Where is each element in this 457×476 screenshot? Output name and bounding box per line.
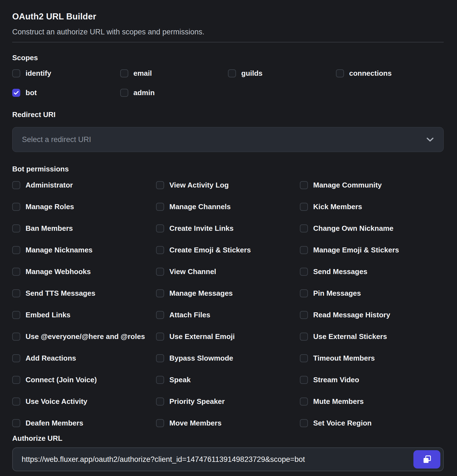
permission-checkbox-row[interactable]: Move Members (156, 419, 300, 427)
permission-checkbox-row[interactable]: View Channel (156, 267, 300, 276)
permission-checkbox-row[interactable]: Administrator (12, 181, 156, 189)
permission-checkbox-row[interactable]: Kick Members (300, 202, 444, 211)
scope-checkbox[interactable] (12, 69, 20, 77)
permission-label: Deafen Members (26, 419, 83, 427)
permission-checkbox-row[interactable]: Manage Channels (156, 202, 300, 211)
scope-label: guilds (241, 69, 263, 78)
scope-checkbox-row[interactable]: identify (12, 69, 120, 78)
permission-checkbox[interactable] (156, 333, 164, 341)
permission-checkbox-row[interactable]: Change Own Nickname (300, 224, 444, 233)
permission-checkbox[interactable] (12, 397, 20, 406)
permission-checkbox[interactable] (12, 224, 20, 232)
permission-checkbox[interactable] (156, 376, 164, 384)
permission-checkbox-row[interactable]: Set Voice Region (300, 419, 444, 427)
permission-checkbox[interactable] (300, 333, 308, 341)
permission-checkbox-row[interactable]: Use Voice Activity (12, 397, 156, 406)
scope-checkbox-row[interactable]: email (120, 69, 228, 78)
authorize-url-input[interactable] (22, 455, 413, 464)
permission-checkbox[interactable] (12, 354, 20, 362)
permission-label: Speak (169, 376, 191, 384)
permission-checkbox-row[interactable]: Ban Members (12, 224, 156, 233)
permission-checkbox-row[interactable]: Deafen Members (12, 419, 156, 427)
permission-checkbox-row[interactable]: Mute Members (300, 397, 444, 406)
scope-checkbox[interactable] (12, 89, 20, 97)
permission-checkbox[interactable] (300, 311, 308, 319)
copy-button[interactable] (413, 450, 440, 469)
permission-checkbox[interactable] (300, 354, 308, 362)
permission-checkbox[interactable] (300, 181, 308, 189)
scope-label: identify (26, 69, 51, 78)
permission-label: Manage Messages (169, 289, 233, 298)
permission-checkbox-row[interactable]: Manage Emoji & Stickers (300, 246, 444, 254)
permission-checkbox-row[interactable]: Pin Messages (300, 289, 444, 298)
permission-checkbox[interactable] (156, 311, 164, 319)
permission-label: Manage Community (313, 181, 382, 189)
permission-checkbox[interactable] (12, 268, 20, 276)
permission-checkbox-row[interactable]: Priority Speaker (156, 397, 300, 406)
permission-checkbox[interactable] (156, 397, 164, 406)
permission-checkbox[interactable] (156, 203, 164, 211)
permission-checkbox[interactable] (12, 246, 20, 254)
permission-checkbox[interactable] (300, 224, 308, 232)
permission-checkbox-row[interactable]: Use External Emoji (156, 332, 300, 341)
permission-checkbox-row[interactable]: Manage Messages (156, 289, 300, 298)
permission-checkbox-row[interactable]: Add Reactions (12, 354, 156, 363)
permission-checkbox[interactable] (156, 181, 164, 189)
permission-checkbox[interactable] (12, 203, 20, 211)
permission-checkbox[interactable] (12, 376, 20, 384)
permission-checkbox[interactable] (300, 397, 308, 406)
permission-label: Manage Roles (26, 202, 74, 211)
scope-checkbox[interactable] (120, 69, 128, 77)
authorize-url-heading: Authorize URL (12, 434, 444, 443)
permission-label: Create Invite Links (169, 224, 233, 233)
permission-checkbox-row[interactable]: View Activity Log (156, 181, 300, 189)
permission-checkbox[interactable] (156, 268, 164, 276)
permission-checkbox-row[interactable]: Manage Nicknames (12, 246, 156, 254)
permission-checkbox-row[interactable]: Use External Stickers (300, 332, 444, 341)
permission-checkbox-row[interactable]: Bypass Slowmode (156, 354, 300, 363)
scope-checkbox-row[interactable]: connections (336, 69, 444, 78)
permission-checkbox[interactable] (156, 354, 164, 362)
permission-checkbox[interactable] (300, 246, 308, 254)
permission-checkbox[interactable] (300, 419, 308, 427)
permission-checkbox-row[interactable]: Connect (Join Voice) (12, 376, 156, 384)
permission-checkbox-row[interactable]: Use @everyone/@here and @roles (12, 332, 156, 341)
permission-checkbox-row[interactable]: Speak (156, 376, 300, 384)
scope-checkbox[interactable] (120, 89, 128, 97)
permission-checkbox-row[interactable]: Manage Webhooks (12, 267, 156, 276)
permission-checkbox-row[interactable]: Create Invite Links (156, 224, 300, 233)
permission-checkbox-row[interactable]: Attach Files (156, 311, 300, 319)
permission-checkbox-row[interactable]: Timeout Members (300, 354, 444, 363)
page-subtitle: Construct an authorize URL with scopes a… (12, 28, 444, 36)
permission-checkbox[interactable] (156, 246, 164, 254)
permission-checkbox-row[interactable]: Manage Community (300, 181, 444, 189)
permission-checkbox[interactable] (12, 181, 20, 189)
scope-checkbox-row[interactable]: admin (120, 88, 228, 97)
permission-checkbox[interactable] (156, 289, 164, 297)
permission-checkbox[interactable] (12, 333, 20, 341)
permission-checkbox-row[interactable]: Manage Roles (12, 202, 156, 211)
permission-checkbox-row[interactable]: Read Message History (300, 311, 444, 319)
permission-checkbox[interactable] (12, 311, 20, 319)
permission-checkbox[interactable] (300, 289, 308, 297)
permission-checkbox-row[interactable]: Stream Video (300, 376, 444, 384)
permission-checkbox[interactable] (300, 376, 308, 384)
permission-label: Attach Files (169, 311, 210, 319)
redirect-uri-select[interactable]: Select a redirect URI (12, 127, 444, 152)
permission-checkbox-row[interactable]: Send Messages (300, 267, 444, 276)
permission-checkbox[interactable] (156, 419, 164, 427)
permission-checkbox[interactable] (12, 289, 20, 297)
scope-checkbox[interactable] (336, 69, 344, 77)
permission-label: Mute Members (313, 397, 364, 406)
permission-label: Use @everyone/@here and @roles (26, 332, 145, 341)
permission-checkbox[interactable] (156, 224, 164, 232)
scope-checkbox[interactable] (228, 69, 236, 77)
permission-checkbox-row[interactable]: Send TTS Messages (12, 289, 156, 298)
permission-checkbox[interactable] (12, 419, 20, 427)
permission-checkbox[interactable] (300, 268, 308, 276)
scope-checkbox-row[interactable]: guilds (228, 69, 336, 78)
scope-checkbox-row[interactable]: bot (12, 88, 120, 97)
permission-checkbox[interactable] (300, 203, 308, 211)
permission-checkbox-row[interactable]: Embed Links (12, 311, 156, 319)
permission-checkbox-row[interactable]: Create Emoji & Stickers (156, 246, 300, 254)
